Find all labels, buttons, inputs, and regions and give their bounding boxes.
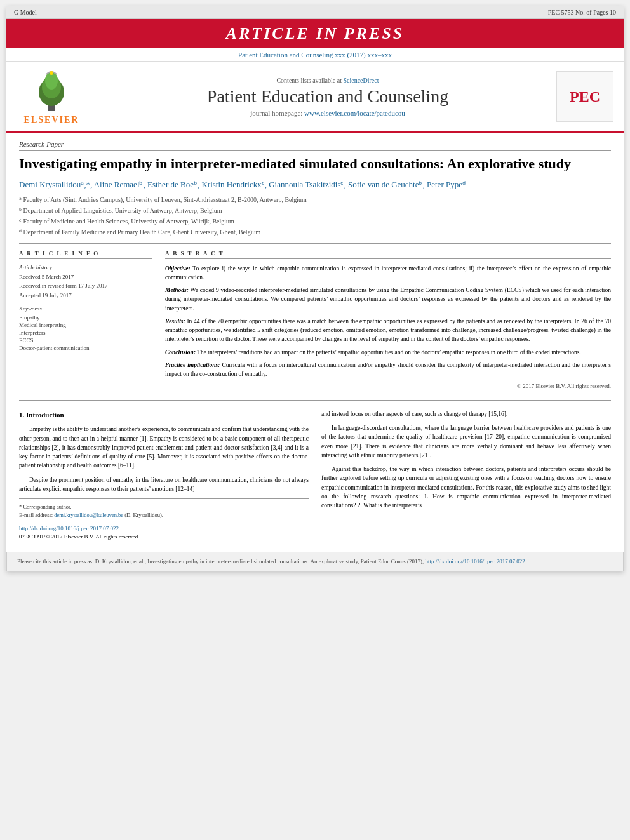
history-label: Article history:: [19, 264, 152, 270]
body-col-left: 1. Introduction Empathy is the ability t…: [19, 410, 309, 542]
article-info: A R T I C L E I N F O Article history: R…: [19, 250, 152, 391]
keywords-section: Keywords: Empathy Medical interpreting I…: [19, 305, 152, 351]
right-para3: Against this backdrop, the way in which …: [321, 465, 611, 510]
contents-line: Contents lists available at ScienceDirec…: [99, 77, 556, 84]
abstract-text: Objective: To explore i) the ways in whi…: [165, 264, 611, 391]
conclusion-text: The interpreters’ renditions had an impa…: [197, 349, 581, 356]
keywords-label: Keywords:: [19, 305, 152, 312]
article-title: Investigating empathy in interpreter-med…: [19, 155, 611, 173]
citation-text: Please cite this article in press as: D.…: [17, 558, 424, 564]
journal-header: ELSEVIER Contents lists available at Sci…: [6, 62, 624, 133]
keyword-2: Medical interpreting: [19, 322, 152, 328]
objective-text: To explore i) the ways in which empathic…: [165, 265, 611, 281]
top-bar: G Model PEC 5753 No. of Pages 10: [6, 6, 624, 19]
doi-section: http://dx.doi.org/10.1016/j.pec.2017.07.…: [19, 524, 309, 542]
elsevier-logo: ELSEVIER: [17, 68, 86, 125]
journal-title-area: Contents lists available at ScienceDirec…: [99, 77, 556, 117]
authors: Demi Krystallidouᵃ,*, Aline Remaelᵇ, Est…: [19, 180, 611, 190]
citation-bar: Please cite this article in press as: D.…: [6, 552, 624, 572]
citation-doi-link[interactable]: http://dx.doi.org/10.1016/j.pec.2017.07.…: [426, 558, 525, 564]
footnote: * Corresponding author. E-mail address: …: [19, 498, 309, 519]
body-col-right: and instead focus on other aspects of ca…: [321, 410, 611, 542]
methods-label: Methods:: [165, 287, 189, 293]
affiliations: ᵃ Faculty of Arts (Sint. Andries Campus)…: [19, 195, 611, 237]
right-para1: and instead focus on other aspects of ca…: [321, 410, 611, 418]
section-divider: [19, 400, 611, 401]
right-para2: In language-discordant consultations, wh…: [321, 423, 611, 460]
journal-homepage: journal homepage: www.elsevier.com/locat…: [99, 109, 556, 117]
accepted-date: Accepted 19 July 2017: [19, 291, 152, 300]
doi-link[interactable]: http://dx.doi.org/10.1016/j.pec.2017.07.…: [19, 525, 119, 531]
keyword-4: ECCS: [19, 337, 152, 343]
abstract-methods: Methods: We coded 9 video-recorded inter…: [165, 286, 611, 313]
methods-text: We coded 9 video-recorded interpreter-me…: [165, 287, 611, 312]
results-text: In 44 of the 70 empathic opportunities t…: [165, 318, 611, 343]
corresponding-note: * Corresponding author.: [19, 503, 309, 511]
article-in-press-banner: ARTICLE IN PRESS: [6, 19, 624, 48]
elsevier-tree-icon: [26, 68, 77, 112]
received-date: Received 5 March 2017: [19, 273, 152, 281]
abstract-practice: Practice implications: Curricula with a …: [165, 361, 611, 379]
info-abstract-section: A R T I C L E I N F O Article history: R…: [19, 243, 611, 391]
elsevier-wordmark: ELSEVIER: [24, 115, 79, 125]
intro-para1: Empathy is the ability to understand ano…: [19, 425, 309, 470]
sciencedirect-link[interactable]: ScienceDirect: [343, 77, 379, 84]
article-info-title: A R T I C L E I N F O: [19, 250, 152, 259]
abstract-conclusion: Conclusion: The interpreters’ renditions…: [165, 348, 611, 357]
body-section: 1. Introduction Empathy is the ability t…: [19, 410, 611, 542]
page: G Model PEC 5753 No. of Pages 10 ARTICLE…: [6, 6, 624, 571]
journal-homepage-link[interactable]: www.elsevier.com/locate/pateducou: [304, 109, 405, 117]
keyword-3: Interpreters: [19, 330, 152, 336]
pec-number: PEC 5753 No. of Pages 10: [548, 9, 616, 16]
practice-text: Curricula with a focus on intercultural …: [165, 362, 611, 377]
abstract-section: A B S T R A C T Objective: To explore i)…: [165, 250, 611, 391]
issn-text: 0738-3991/© 2017 Elsevier B.V. All right…: [19, 533, 139, 540]
journal-name: Patient Education and Counseling: [99, 86, 556, 107]
email-link[interactable]: demi.krystallidou@kuleuven.be: [54, 512, 123, 518]
affiliation-b: ᵇ Department of Applied Linguistics, Uni…: [19, 206, 611, 215]
revised-date: Received in revised form 17 July 2017: [19, 282, 152, 290]
gmodel-label: G Model: [14, 9, 37, 16]
results-label: Results:: [165, 318, 185, 324]
email-suffix: (D. Krystallidou).: [124, 512, 163, 518]
journal-ref: Patient Education and Counseling xxx (20…: [6, 48, 624, 62]
keyword-1: Empathy: [19, 314, 152, 321]
copyright: © 2017 Elsevier B.V. All rights reserved…: [165, 382, 611, 391]
affiliation-a: ᵃ Faculty of Arts (Sint. Andries Campus)…: [19, 195, 611, 204]
intro-para2: Despite the prominent position of empath…: [19, 476, 309, 494]
abstract-title: A B S T R A C T: [165, 250, 611, 259]
abstract-results: Results: In 44 of the 70 empathic opport…: [165, 317, 611, 344]
objective-label: Objective:: [165, 265, 191, 272]
keyword-5: Doctor-patient communication: [19, 345, 152, 351]
svg-point-4: [50, 71, 53, 75]
intro-heading: 1. Introduction: [19, 410, 309, 420]
abstract-objective: Objective: To explore i) the ways in whi…: [165, 264, 611, 283]
practice-label: Practice implications:: [165, 362, 220, 368]
article-content: Research Paper Investigating empathy in …: [6, 133, 624, 549]
email-note: E-mail address: demi.krystallidou@kuleuv…: [19, 511, 309, 519]
affiliation-c: ᶜ Faculty of Medicine and Health Science…: [19, 217, 611, 226]
pec-logo-image: PEC: [556, 71, 613, 122]
conclusion-label: Conclusion:: [165, 349, 196, 356]
article-type-label: Research Paper: [19, 140, 611, 151]
affiliation-d: ᵈ Department of Family Medicine and Prim…: [19, 227, 611, 237]
email-label: E-mail address:: [19, 512, 53, 518]
